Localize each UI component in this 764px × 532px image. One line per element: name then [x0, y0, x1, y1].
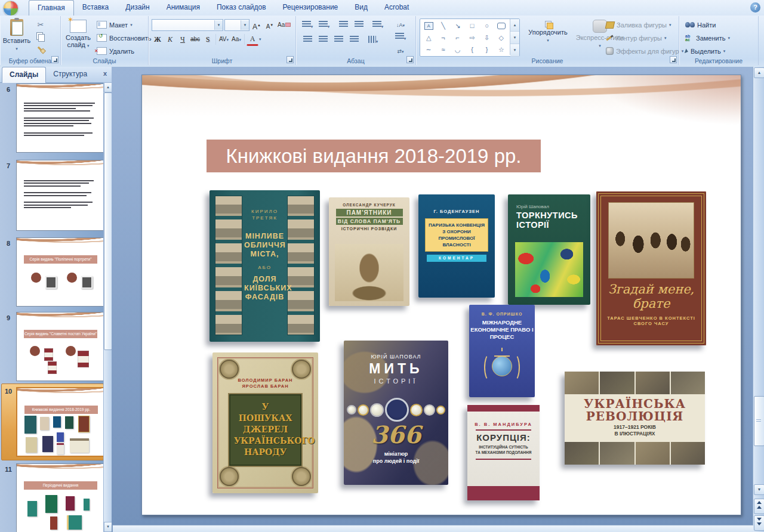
- tab-insert[interactable]: Вставка: [74, 0, 118, 16]
- increase-indent-button[interactable]: [351, 19, 366, 32]
- paste-button[interactable]: Вставить ▾: [2, 17, 31, 55]
- book-cover-mizhnarodne-pravo[interactable]: В. Ф. ОПРИШКО МІЖНАРОДНЕ ЕКОНОМІЧНЕ ПРАВ…: [469, 305, 535, 397]
- previous-slide-button[interactable]: [754, 499, 764, 514]
- triangle-shape-icon[interactable]: △: [426, 34, 431, 42]
- copy-button[interactable]: [33, 32, 48, 45]
- character-spacing-button[interactable]: AV▾: [218, 33, 230, 46]
- office-button[interactable]: [3, 1, 19, 16]
- close-pane-icon[interactable]: x: [103, 67, 112, 82]
- shape-outline-button[interactable]: Контур фигуры ▾: [606, 32, 666, 44]
- rectangle-shape-icon[interactable]: □: [470, 22, 475, 29]
- text-box-shape-icon[interactable]: A: [424, 22, 433, 30]
- font-size-input[interactable]: [225, 21, 241, 29]
- pane-scroll-up-icon[interactable]: ▲: [104, 82, 112, 92]
- shapes-scroll-up-icon[interactable]: ▲: [510, 19, 519, 32]
- next-slide-button[interactable]: [754, 515, 764, 531]
- font-color-button[interactable]: А: [247, 33, 258, 46]
- layout-button[interactable]: Макет ▾: [97, 18, 133, 31]
- font-dialog-launcher-icon[interactable]: [286, 56, 294, 63]
- book-cover-ukrainska-revoliutsiia[interactable]: УКРАЇНСЬКА РЕВОЛЮЦІЯ 1917–1921 РОКІВВ ІЛ…: [565, 372, 705, 465]
- bold-button[interactable]: Ж: [152, 33, 164, 46]
- numbering-button[interactable]: ▾: [316, 19, 332, 32]
- right-arrow-shape-icon[interactable]: ⇨: [470, 34, 475, 42]
- strikethrough-button[interactable]: abc: [189, 33, 201, 46]
- left-brace-shape-icon[interactable]: {: [471, 46, 473, 53]
- curve-shape-icon[interactable]: ≈: [441, 46, 445, 53]
- right-brace-shape-icon[interactable]: }: [486, 46, 488, 53]
- font-color-dropdown-arrow[interactable]: ▾: [259, 37, 261, 42]
- decrease-indent-button[interactable]: [335, 19, 351, 32]
- tab-animation[interactable]: Анимация: [158, 0, 208, 16]
- tab-home[interactable]: Главная: [29, 0, 74, 16]
- scroll-down-icon[interactable]: ▼: [754, 484, 764, 495]
- shapes-gallery-more-icon[interactable]: ▼: [510, 44, 519, 57]
- tab-slides-thumbnails[interactable]: Слайды: [2, 67, 46, 83]
- book-cover-pamiatnyky[interactable]: ОЛЕКСАНДР КУЧЕРУК ПАМ'ЯТНИКИ ВІД СЛОВА П…: [329, 197, 409, 306]
- ellipse-shape-icon[interactable]: ○: [485, 22, 489, 29]
- rounded-rectangle-shape-icon[interactable]: [497, 23, 506, 29]
- font-name-dropdown-arrow[interactable]: ▼: [214, 20, 223, 30]
- line-shape-icon[interactable]: ╲: [441, 22, 445, 30]
- tab-design[interactable]: Дизайн: [117, 0, 158, 16]
- text-direction-button[interactable]: ↓А▾: [393, 18, 408, 31]
- down-arrow-shape-icon[interactable]: ⇩: [484, 34, 489, 42]
- underline-button[interactable]: Ч: [177, 33, 189, 46]
- main-scrollbar[interactable]: ▲ ▼: [753, 67, 764, 532]
- text-shadow-button[interactable]: S: [202, 33, 214, 46]
- bullets-button[interactable]: ▾: [300, 19, 315, 32]
- tab-outline[interactable]: Структура: [46, 67, 94, 82]
- font-name-combobox[interactable]: ▼: [152, 19, 223, 31]
- columns-button[interactable]: ▾: [365, 34, 381, 47]
- slide-9-thumbnail[interactable]: Серія видань "Славетні постаті України": [16, 312, 105, 381]
- star-shape-icon[interactable]: ☆: [498, 46, 504, 54]
- justify-button[interactable]: [346, 34, 362, 47]
- notes-pane-edge[interactable]: [113, 525, 753, 532]
- align-left-button[interactable]: [300, 34, 315, 47]
- align-right-button[interactable]: [331, 34, 346, 47]
- arc-shape-icon[interactable]: ◡: [455, 46, 461, 54]
- tab-acrobat[interactable]: Acrobat: [376, 0, 417, 16]
- shrink-font-button[interactable]: A▼: [264, 18, 276, 32]
- book-cover-zgadai-mene-brate[interactable]: Згадай мене, брате ТАРАС ШЕВЧЕНКО В КОНТ…: [596, 191, 706, 345]
- delete-slide-button[interactable]: Удалить: [97, 45, 134, 57]
- slide-8-thumbnail[interactable]: Серія видань "Політичні портрети": [16, 237, 105, 307]
- new-slide-button[interactable]: ✶ Создать слайд ▾: [63, 17, 94, 55]
- shape-fill-button[interactable]: Заливка фигуры ▾: [606, 18, 671, 31]
- reset-slide-button[interactable]: Восстановить: [97, 32, 151, 44]
- line-spacing-button[interactable]: ▾: [370, 19, 386, 32]
- format-painter-button[interactable]: [33, 45, 48, 58]
- book-cover-paris-convention[interactable]: Г. БОДЕНГАУЗЕН ПАРИЗЬКА КОНВЕНЦІЯ З ОХОР…: [418, 194, 495, 298]
- shape-effects-button[interactable]: Эффекты для фигур ▾: [606, 45, 683, 57]
- book-cover-myt-istorii[interactable]: ЮРІЙ ШАПОВАЛ МИТЬ ІСТОРІЇ 366 мініатюрпр…: [344, 341, 448, 485]
- book-cover-minlyve-oblychchia[interactable]: КИРИЛО ТРЕТЯК МІНЛИВЕ ОБЛИЧЧЯ МІСТА, АБО…: [210, 190, 320, 342]
- pane-scroll-thumb[interactable]: [104, 92, 112, 350]
- arrange-button[interactable]: Упорядочить ▾: [523, 17, 572, 55]
- scroll-thumb[interactable]: [754, 396, 764, 446]
- select-button[interactable]: Выделить ▾: [685, 45, 725, 57]
- elbow-connector-icon[interactable]: ¬: [441, 34, 445, 41]
- slide-11-thumbnail[interactable]: Періодичні видання: [16, 463, 105, 532]
- flowchart-shape-icon[interactable]: ◇: [499, 34, 504, 42]
- tab-view[interactable]: Вид: [346, 0, 376, 16]
- help-icon[interactable]: ?: [750, 2, 760, 13]
- find-button[interactable]: Найти: [685, 18, 716, 31]
- book-cover-torknutys-istorii[interactable]: Юрій Шаповал ТОРКНУТИСЬІСТОРІЇ: [508, 194, 590, 305]
- shapes-scroll-down-icon[interactable]: ▼: [510, 32, 519, 44]
- slides-pane-scrollbar[interactable]: ▲ ▼: [103, 82, 112, 532]
- scroll-up-icon[interactable]: ▲: [754, 67, 764, 78]
- shapes-gallery-scrollbar[interactable]: ▲ ▼ ▼: [510, 19, 519, 55]
- font-name-input[interactable]: [152, 21, 214, 29]
- elbow-arrow-connector-icon[interactable]: ⌐: [456, 34, 460, 41]
- book-cover-koruptsiia[interactable]: В. В. МАНДИБУРА КОРУПЦІЯ: ІНСТИТУЦІЙНА С…: [467, 405, 540, 500]
- arrow-shape-icon[interactable]: ↘: [455, 22, 460, 30]
- align-center-button[interactable]: [315, 34, 331, 47]
- font-size-dropdown-arrow[interactable]: ▼: [241, 20, 249, 30]
- tab-review[interactable]: Рецензирование: [275, 0, 347, 16]
- convert-smartart-button[interactable]: ⇄▾: [393, 44, 408, 57]
- paragraph-dialog-launcher-icon[interactable]: [406, 56, 414, 63]
- clipboard-dialog-launcher-icon[interactable]: [51, 56, 58, 63]
- slide-title[interactable]: Книжкові видання 2018-2019 рр.: [207, 140, 541, 172]
- slide-10-thumbnail[interactable]: Книжкові видання 2018-2019 рр.: [16, 387, 106, 457]
- slide-6-thumbnail[interactable]: [16, 83, 105, 153]
- replace-button[interactable]: abас Заменить ▾: [685, 32, 730, 44]
